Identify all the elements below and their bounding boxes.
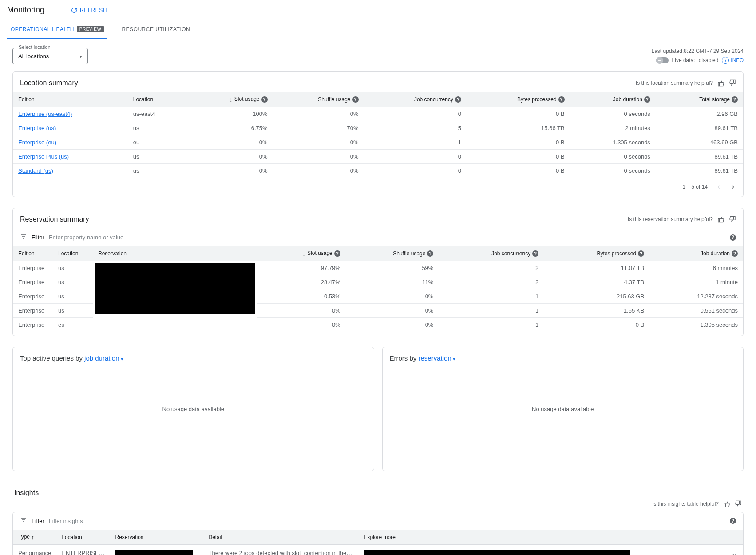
sort-down-icon: ↓	[302, 250, 305, 257]
cell-storage: 89.61 TB	[656, 150, 743, 164]
col-shuffle-usage[interactable]: Shuffle usage?	[346, 246, 439, 261]
cell-storage: 89.61 TB	[656, 121, 743, 135]
info-link[interactable]: i INFO	[722, 57, 744, 64]
job-duration-dropdown[interactable]: job duration	[84, 354, 123, 362]
col-explore[interactable]: Explore more	[359, 530, 726, 545]
help-icon[interactable]: ?	[261, 96, 268, 103]
cell-slot: 0%	[186, 135, 273, 150]
cell-location: us	[128, 121, 186, 135]
cell-location: us	[53, 261, 93, 275]
filter-insights-input[interactable]	[49, 515, 724, 527]
filter-icon	[20, 233, 27, 242]
help-icon[interactable]: ?	[334, 250, 340, 257]
cell-location: us-east4	[128, 107, 186, 121]
expand-row-icon[interactable]: ⌄	[731, 549, 738, 555]
cell-shuffle: 0%	[346, 304, 439, 318]
tab-operational-health[interactable]: OPERATIONAL HEALTH PREVIEW	[7, 20, 107, 39]
next-page-button[interactable]: ›	[730, 182, 736, 191]
col-reservation[interactable]: Reservation	[110, 530, 203, 545]
no-data-text: No usage data available	[532, 405, 594, 412]
help-icon[interactable]: ?	[455, 96, 461, 103]
thumb-down-icon[interactable]	[735, 500, 742, 507]
cell-edition: Enterprise	[13, 289, 53, 304]
thumb-down-icon[interactable]	[729, 216, 736, 223]
cell-slot: 0%	[186, 164, 273, 178]
help-icon[interactable]: ?	[644, 96, 650, 103]
cell-bytes: 0 B	[467, 164, 570, 178]
cell-edition: Enterprise	[13, 261, 53, 275]
edition-link[interactable]: Enterprise Plus (us)	[18, 153, 69, 160]
col-reservation[interactable]: Reservation	[93, 246, 257, 261]
refresh-button[interactable]: REFRESH	[71, 7, 107, 13]
help-icon[interactable]: ?	[730, 234, 736, 241]
col-job-duration[interactable]: Job duration?	[649, 246, 743, 261]
filter-input[interactable]	[49, 231, 724, 243]
select-location-dropdown[interactable]: All locations	[12, 48, 88, 64]
reservation-helpful-text: Is this reservation summary helpful?	[628, 216, 713, 222]
live-data-toggle[interactable]	[656, 57, 669, 63]
col-type[interactable]: Type ↑	[13, 530, 56, 545]
cell-duration: 0 seconds	[570, 164, 656, 178]
col-bytes-processed[interactable]: Bytes processed?	[467, 92, 570, 107]
col-slot-usage[interactable]: ↓Slot usage?	[186, 92, 273, 107]
info-label: INFO	[731, 57, 744, 63]
col-edition[interactable]: Edition	[13, 92, 128, 107]
help-icon[interactable]: ?	[427, 250, 433, 257]
location-summary-title: Location summary	[20, 79, 78, 87]
help-icon[interactable]: ?	[732, 96, 738, 103]
tab-resource-utilization[interactable]: RESOURCE UTILIZATION	[118, 20, 194, 39]
prev-page-button[interactable]: ‹	[716, 182, 722, 191]
cell-concurrency: 2	[439, 275, 544, 289]
help-icon[interactable]: ?	[638, 250, 644, 257]
insights-row[interactable]: Performance ENTERPRISE… There were 2 job…	[13, 544, 743, 555]
cell-location: ENTERPRISE…	[56, 544, 110, 555]
cell-storage: 89.61 TB	[656, 164, 743, 178]
col-bytes-processed[interactable]: Bytes processed?	[544, 246, 649, 261]
edition-link[interactable]: Enterprise (us)	[18, 125, 56, 131]
help-icon[interactable]: ?	[730, 518, 736, 524]
col-detail[interactable]: Detail	[203, 530, 359, 545]
cell-storage: 2.96 GB	[656, 107, 743, 121]
filter-label: Filter	[32, 518, 44, 524]
edition-link[interactable]: Standard (us)	[18, 167, 53, 174]
thumb-up-icon[interactable]	[723, 500, 730, 507]
help-icon[interactable]: ?	[352, 96, 359, 103]
thumb-up-icon[interactable]	[717, 79, 724, 87]
help-icon[interactable]: ?	[532, 250, 538, 257]
cell-edition: Enterprise	[13, 275, 53, 289]
cell-location: eu	[53, 318, 93, 332]
cell-shuffle: 0%	[273, 135, 364, 150]
col-location[interactable]: Location	[56, 530, 110, 545]
cell-concurrency: 2	[439, 261, 544, 275]
help-icon[interactable]: ?	[732, 250, 738, 257]
col-location[interactable]: Location	[53, 246, 93, 261]
col-slot-usage[interactable]: ↓Slot usage?	[257, 246, 346, 261]
thumb-down-icon[interactable]	[729, 79, 736, 87]
page-title: Monitoring	[7, 5, 44, 15]
col-location[interactable]: Location	[128, 92, 186, 107]
cell-shuffle: 0%	[273, 107, 364, 121]
col-edition[interactable]: Edition	[13, 246, 53, 261]
location-helpful-text: Is this location summary helpful?	[636, 80, 713, 86]
col-shuffle-usage[interactable]: Shuffle usage?	[273, 92, 364, 107]
thumb-up-icon[interactable]	[717, 216, 724, 223]
cell-duration: 1.305 seconds	[649, 318, 743, 332]
cell-shuffle: 11%	[346, 275, 439, 289]
edition-link[interactable]: Enterprise (eu)	[18, 139, 56, 146]
edition-link[interactable]: Enterprise (us-east4)	[18, 111, 72, 117]
col-total-storage[interactable]: Total storage?	[656, 92, 743, 107]
help-icon[interactable]: ?	[558, 96, 565, 103]
insights-helpful-text: Is this insights table helpful?	[652, 501, 719, 507]
table-row: Enterprise (us-east4) us-east4 100% 0% 0…	[13, 107, 743, 121]
last-updated-text: Last updated:8:22 GMT-7 29 Sep 2024	[652, 48, 744, 54]
pagination-text: 1 – 5 of 14	[682, 184, 708, 190]
reservation-dropdown[interactable]: reservation	[419, 354, 455, 362]
reservation-summary-title: Reservation summary	[20, 215, 89, 223]
col-job-concurrency[interactable]: Job concurrency?	[364, 92, 467, 107]
col-job-duration[interactable]: Job duration?	[570, 92, 656, 107]
preview-badge: PREVIEW	[77, 26, 104, 32]
refresh-label: REFRESH	[80, 7, 107, 13]
col-job-concurrency[interactable]: Job concurrency?	[439, 246, 544, 261]
cell-duration: 12.237 seconds	[649, 289, 743, 304]
table-row: Enterprise Plus (us) us 0% 0% 0 0 B 0 se…	[13, 150, 743, 164]
